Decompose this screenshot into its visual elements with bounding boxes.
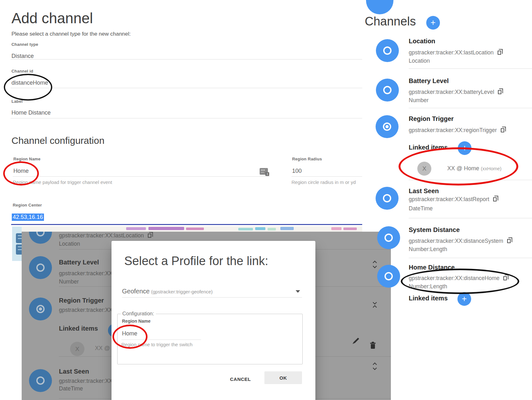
map-label-blob [238, 228, 253, 230]
annotation-black-ellipse-channel-id [4, 74, 52, 101]
ok-button[interactable]: OK [264, 371, 302, 384]
cancel-button[interactable]: CANCEL [230, 376, 251, 382]
channel-state-icon [29, 232, 52, 244]
channel-type-select[interactable]: Distance [11, 53, 34, 60]
map-sliver [12, 227, 22, 261]
dialog-region-name-input[interactable]: Home [122, 330, 137, 337]
channel-uid-row: gpstracker:tracker:XX:lastLocation [409, 49, 501, 56]
map-edge-strip [22, 226, 362, 232]
channel-type: DateTime [59, 385, 83, 392]
channel-state-icon [376, 39, 399, 62]
copy-icon[interactable] [498, 51, 501, 55]
region-radius-help: Region circle radius in m or yd [291, 179, 356, 185]
region-center-input[interactable]: 42.53,16.16 [12, 214, 44, 221]
copy-icon[interactable] [498, 90, 501, 94]
divider [409, 218, 532, 218]
region-radius-label: Region Radius [292, 157, 322, 161]
add-link-button[interactable]: + [457, 292, 471, 306]
selected-text: 42.53,16.16 [12, 214, 44, 221]
expand-row-icon [373, 363, 376, 369]
channel-uid: gpstracker:tracker:XX:lastReport [409, 196, 489, 202]
channel-type: Location [59, 241, 80, 247]
divider [409, 180, 532, 180]
channel-uid-row: gpstracker:tracker:XX:distanceHome [409, 275, 507, 282]
label-field-label: Label [11, 99, 23, 104]
channel-trigger-icon [29, 298, 52, 320]
channel-uid: gpstracker:tracker:XX:lastLocation [59, 232, 144, 239]
linked-item-avatar: X [417, 162, 431, 176]
edit-link-icon [354, 338, 359, 343]
linked-items-heading: Linked items [409, 295, 448, 302]
copy-icon[interactable] [493, 197, 497, 201]
channel-title: Battery Level [59, 259, 99, 266]
channel-trigger-icon [376, 115, 399, 138]
channel-title: Region Trigger [409, 115, 454, 123]
divider [11, 118, 362, 118]
channel-state-icon [377, 226, 400, 249]
copy-icon[interactable] [507, 239, 511, 243]
profile-select-detail: (gpstracker:trigger-geofence) [151, 289, 212, 294]
label-input[interactable]: Home Distance [11, 109, 51, 116]
delete-link-icon [371, 344, 375, 349]
channel-uid: gpstracker:tracker:XX:distanceHome [409, 275, 500, 281]
keyboard-badge: 3 [265, 172, 269, 176]
channel-type: Location [409, 58, 430, 64]
expand-row-icon [373, 261, 376, 268]
add-link-button[interactable]: + [458, 141, 471, 155]
channel-type-label: Channel type [11, 42, 38, 47]
map-label-blob [331, 227, 341, 230]
map-label-blob [255, 227, 265, 230]
channel-state-icon [376, 187, 399, 210]
channel-type: Number:Length [409, 246, 447, 253]
profile-dialog: Select a Profile for the link: Geofence … [111, 241, 315, 400]
divider [11, 59, 362, 60]
channel-uid: gpstracker:tracker:XX:lastLocation [409, 49, 494, 56]
linked-item[interactable]: XX @ Home (xxHome) [447, 165, 501, 172]
page-title: Add channel [11, 10, 93, 27]
channel-title: Last Seen [59, 368, 89, 375]
linked-item-avatar: X [70, 342, 84, 356]
profile-select-value: Geofence [122, 288, 150, 295]
channel-uid: gpstracker:tracker:XX:batteryLevel [409, 89, 494, 95]
channel-type: Number:Length [409, 283, 447, 290]
copy-icon[interactable] [501, 128, 504, 132]
dialog-region-name-help: Region name to trigger the switch [121, 342, 192, 347]
map-label-blob [268, 228, 276, 230]
map-label-blob [280, 227, 294, 230]
add-channel-button[interactable]: + [426, 16, 440, 30]
divider [11, 88, 362, 88]
configuration-legend: Configuration: [121, 311, 156, 317]
region-name-label: Region Name [13, 157, 40, 161]
channel-type: DateTime [409, 205, 433, 212]
dialog-title: Select a Profile for the link: [124, 254, 268, 268]
keyboard-extension-icon[interactable]: •••— 3 [260, 168, 268, 175]
channel-state-icon [377, 265, 400, 288]
region-name-input[interactable]: Home [13, 168, 29, 174]
channel-uid-row: gpstracker:tracker:XX:batteryLevel [409, 89, 501, 95]
map-label-blob [186, 228, 204, 230]
dialog-region-name-label: Region Name [122, 319, 150, 324]
channel-state-icon [29, 256, 52, 279]
copy-icon[interactable] [503, 276, 507, 280]
linked-item-name: XX @ Home [447, 165, 479, 172]
channel-type: Number [409, 97, 428, 104]
channel-uid-row: gpstracker:tracker:XX:lastLocation [59, 232, 151, 239]
page-subtitle: Please select a channel type for the new… [11, 31, 131, 37]
collapse-row-icon [373, 301, 376, 309]
channel-title: Battery Level [409, 77, 449, 85]
profile-select[interactable]: Geofence (gpstracker:trigger-geofence) [122, 288, 213, 295]
channel-id-input[interactable]: distanceHome [11, 80, 48, 86]
copy-icon [148, 234, 151, 238]
channel-uid-row: gpstracker:tracker:XX:distanceSystem [409, 238, 511, 244]
divider [409, 108, 532, 108]
channel-state-icon [29, 369, 52, 392]
region-center-label: Region Center [13, 203, 42, 207]
map-label-blob [148, 227, 184, 230]
region-radius-input[interactable]: 100 [292, 168, 302, 174]
divider [409, 68, 532, 69]
focused-underline [11, 224, 362, 225]
divider [122, 297, 302, 298]
divider [13, 176, 270, 177]
region-name-help: Region name payload for trigger channel … [13, 179, 112, 185]
dropdown-arrow-icon[interactable] [296, 290, 300, 293]
